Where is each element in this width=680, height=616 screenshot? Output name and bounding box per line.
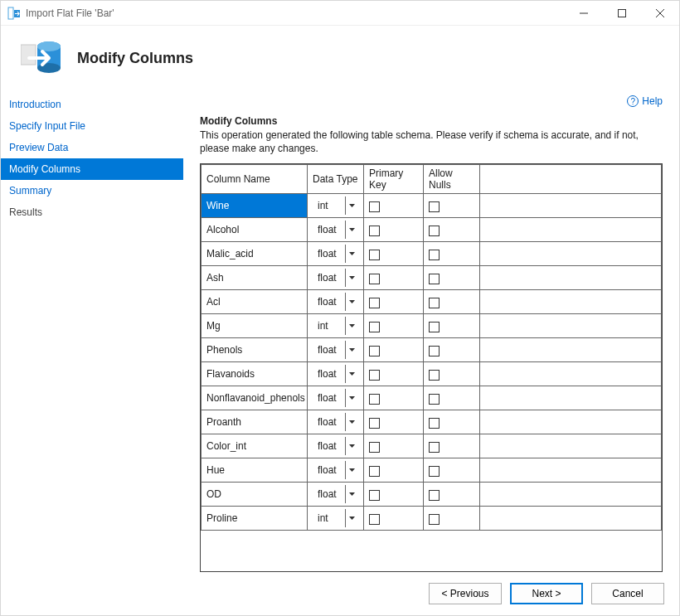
- data-type-dropdown[interactable]: [345, 485, 358, 503]
- allow-nulls-checkbox[interactable]: [429, 370, 440, 381]
- cell-allow-nulls[interactable]: [424, 434, 480, 458]
- window-minimize-button[interactable]: [565, 1, 603, 26]
- cell-primary-key[interactable]: [364, 507, 424, 531]
- allow-nulls-checkbox[interactable]: [429, 274, 440, 284]
- data-type-dropdown[interactable]: [345, 389, 358, 407]
- sidebar-item-preview-data[interactable]: Preview Data: [1, 137, 183, 158]
- next-button[interactable]: Next >: [510, 583, 583, 604]
- cell-data-type[interactable]: float: [308, 410, 364, 434]
- primary-key-checkbox[interactable]: [369, 322, 380, 332]
- table-row[interactable]: Alcoholfloat: [202, 218, 662, 242]
- data-type-dropdown[interactable]: [345, 509, 358, 527]
- cell-data-type[interactable]: float: [308, 362, 364, 386]
- cell-allow-nulls[interactable]: [424, 507, 480, 531]
- primary-key-checkbox[interactable]: [369, 370, 380, 381]
- cell-data-type[interactable]: int: [308, 194, 364, 218]
- table-row[interactable]: Color_intfloat: [202, 434, 662, 458]
- cell-data-type[interactable]: float: [308, 338, 364, 362]
- cell-data-type[interactable]: float: [308, 218, 364, 242]
- table-row[interactable]: Mgint: [202, 314, 662, 338]
- cell-column-name[interactable]: Nonflavanoid_phenols: [202, 386, 308, 410]
- table-row[interactable]: Nonflavanoid_phenolsfloat: [202, 386, 662, 410]
- cell-allow-nulls[interactable]: [424, 362, 480, 386]
- cell-allow-nulls[interactable]: [424, 266, 480, 290]
- allow-nulls-checkbox[interactable]: [429, 418, 440, 429]
- allow-nulls-checkbox[interactable]: [429, 226, 440, 236]
- data-type-dropdown[interactable]: [345, 437, 358, 455]
- cell-data-type[interactable]: float: [308, 242, 364, 266]
- cell-primary-key[interactable]: [364, 458, 424, 483]
- help-link[interactable]: ? Help: [627, 95, 663, 107]
- data-type-dropdown[interactable]: [345, 293, 358, 311]
- primary-key-checkbox[interactable]: [369, 298, 380, 308]
- cell-primary-key[interactable]: [364, 194, 424, 218]
- cell-column-name[interactable]: Malic_acid: [202, 242, 308, 266]
- cell-primary-key[interactable]: [364, 242, 424, 266]
- primary-key-checkbox[interactable]: [369, 274, 380, 284]
- cell-data-type[interactable]: float: [308, 386, 364, 410]
- allow-nulls-checkbox[interactable]: [429, 250, 440, 260]
- cancel-button[interactable]: Cancel: [591, 583, 664, 604]
- allow-nulls-checkbox[interactable]: [429, 466, 440, 477]
- cell-allow-nulls[interactable]: [424, 242, 480, 266]
- allow-nulls-checkbox[interactable]: [429, 346, 440, 357]
- col-header-datatype[interactable]: Data Type: [308, 165, 364, 194]
- cell-allow-nulls[interactable]: [424, 410, 480, 434]
- table-row[interactable]: Phenolsfloat: [202, 338, 662, 362]
- table-row[interactable]: Prolineint: [202, 507, 662, 531]
- data-type-dropdown[interactable]: [345, 341, 358, 359]
- cell-allow-nulls[interactable]: [424, 458, 480, 483]
- allow-nulls-checkbox[interactable]: [429, 201, 440, 212]
- cell-column-name[interactable]: Wine: [202, 194, 308, 218]
- cell-data-type[interactable]: float: [308, 290, 364, 314]
- data-type-dropdown[interactable]: [345, 196, 358, 215]
- schema-table[interactable]: Column Name Data Type Primary Key Allow …: [201, 164, 662, 531]
- data-type-dropdown[interactable]: [345, 269, 358, 287]
- table-row[interactable]: Ashfloat: [202, 266, 662, 290]
- sidebar-item-summary[interactable]: Summary: [1, 180, 183, 201]
- cell-allow-nulls[interactable]: [424, 483, 480, 507]
- cell-primary-key[interactable]: [364, 314, 424, 338]
- primary-key-checkbox[interactable]: [369, 466, 380, 477]
- cell-column-name[interactable]: OD: [202, 483, 308, 507]
- data-type-dropdown[interactable]: [345, 317, 358, 335]
- cell-allow-nulls[interactable]: [424, 194, 480, 218]
- cell-column-name[interactable]: Alcohol: [202, 218, 308, 242]
- cell-allow-nulls[interactable]: [424, 290, 480, 314]
- cell-column-name[interactable]: Flavanoids: [202, 362, 308, 386]
- cell-primary-key[interactable]: [364, 290, 424, 314]
- sidebar-item-introduction[interactable]: Introduction: [1, 94, 183, 115]
- col-header-allownull[interactable]: Allow Nulls: [424, 165, 480, 194]
- col-header-pk[interactable]: Primary Key: [364, 165, 424, 194]
- cell-primary-key[interactable]: [364, 483, 424, 507]
- table-row[interactable]: Wineint: [202, 194, 662, 218]
- cell-column-name[interactable]: Ash: [202, 266, 308, 290]
- data-type-dropdown[interactable]: [345, 461, 358, 479]
- primary-key-checkbox[interactable]: [369, 201, 380, 212]
- cell-primary-key[interactable]: [364, 410, 424, 434]
- primary-key-checkbox[interactable]: [369, 514, 380, 525]
- table-row[interactable]: Flavanoidsfloat: [202, 362, 662, 386]
- table-row[interactable]: Huefloat: [202, 458, 662, 483]
- table-row[interactable]: Aclfloat: [202, 290, 662, 314]
- cell-data-type[interactable]: float: [308, 434, 364, 458]
- sidebar-item-results[interactable]: Results: [1, 201, 183, 223]
- cell-allow-nulls[interactable]: [424, 386, 480, 410]
- cell-primary-key[interactable]: [364, 266, 424, 290]
- cell-primary-key[interactable]: [364, 434, 424, 458]
- primary-key-checkbox[interactable]: [369, 346, 380, 357]
- table-row[interactable]: Proanthfloat: [202, 410, 662, 434]
- cell-data-type[interactable]: int: [308, 507, 364, 531]
- cell-data-type[interactable]: int: [308, 314, 364, 338]
- cell-column-name[interactable]: Mg: [202, 314, 308, 338]
- table-row[interactable]: Malic_acidfloat: [202, 242, 662, 266]
- table-row[interactable]: ODfloat: [202, 483, 662, 507]
- allow-nulls-checkbox[interactable]: [429, 442, 440, 453]
- sidebar-item-specify-input-file[interactable]: Specify Input File: [1, 115, 183, 137]
- primary-key-checkbox[interactable]: [369, 394, 380, 405]
- cell-column-name[interactable]: Color_int: [202, 434, 308, 458]
- cell-primary-key[interactable]: [364, 362, 424, 386]
- primary-key-checkbox[interactable]: [369, 226, 380, 236]
- allow-nulls-checkbox[interactable]: [429, 394, 440, 405]
- allow-nulls-checkbox[interactable]: [429, 298, 440, 308]
